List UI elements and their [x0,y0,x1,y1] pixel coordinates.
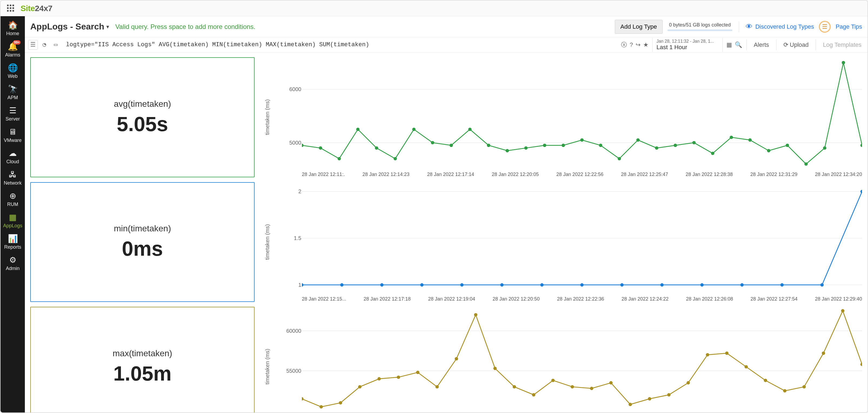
xtick-label: 28 Jan 2022 12:22:56 [556,172,603,177]
xtick-label: 28 Jan 2022 12:26:08 [686,296,733,302]
nav-item-web[interactable]: 🌐 Web [1,61,25,82]
cloud-icon: ☁ [9,149,17,157]
separator [776,39,776,50]
nav-label: AppLogs [3,223,22,229]
plot-area[interactable]: 50006000 [302,57,862,170]
svg-point-78 [783,389,786,392]
xtick-label: 28 Jan 2022 12:15... [302,296,346,302]
nav-item-applogs[interactable]: ▦ AppLogs [1,210,25,231]
page-title[interactable]: AppLogs - Search ▾ [30,22,109,32]
ytick-label: 60000 [274,328,301,334]
xtick-label: 28 Jan 2022 12:28:38 [686,172,733,177]
nav-label: APM [7,95,18,100]
log-quota-text: 0 bytes/51 GB logs collected [669,22,731,28]
svg-point-47 [740,283,744,286]
help-badge-icon[interactable]: ☰ [819,21,831,33]
yaxis-label: timetaken (ms) [263,182,272,302]
plot-column: 11.5228 Jan 2022 12:15...28 Jan 2022 12:… [272,182,862,302]
vmware-icon: 🖥 [9,128,17,136]
svg-point-45 [660,283,663,286]
svg-point-71 [648,397,651,401]
nav-item-network[interactable]: 🖧 Network [1,167,25,189]
help-icon[interactable]: ? [630,41,633,49]
svg-point-38 [380,283,383,286]
svg-point-79 [802,385,806,388]
svg-point-77 [764,379,767,382]
svg-point-40 [460,283,463,286]
plot-area[interactable]: 5500060000 [302,307,862,412]
admin-icon: ⚙ [9,256,17,264]
stat-row-green: avg(timetaken) 5.05stimetaken (ms)500060… [30,57,862,177]
svg-point-29 [804,163,807,166]
svg-point-21 [655,146,658,149]
nav-item-vmware[interactable]: 🖥 VMware [1,125,25,146]
network-icon: 🖧 [9,171,17,179]
stat-row-blue: min(timetaken) 0mstimetaken (ms)11.5228 … [30,182,862,302]
star-icon[interactable]: ★ [643,41,649,49]
stat-value: 0ms [122,237,163,260]
xtick-label: 28 Jan 2022 12:14:23 [362,172,409,177]
query-input[interactable]: logtype="IIS Access Logs" AVG(timetaken)… [66,41,621,48]
time-range-selector[interactable]: Jan 28, 12:11:32 - Jan 28, 1... Last 1 H… [652,38,723,52]
search-icon[interactable]: 🔍 [735,41,742,49]
alerts-button[interactable]: Alerts [751,41,772,49]
log-templates-button[interactable]: Log Templates [820,41,864,49]
svg-point-8 [412,127,415,131]
nav-item-apm[interactable]: 🔭 APM [1,82,25,103]
home-icon: 🏠 [8,21,18,29]
yaxis-label: timetaken (ms) [263,57,272,177]
stat-card-green: avg(timetaken) 5.05s [30,57,254,177]
chevron-down-icon[interactable]: ▾ [106,24,109,30]
share-icon[interactable]: ↪ [636,41,641,49]
svg-point-48 [780,283,784,286]
clear-icon[interactable]: ⓧ [621,41,627,49]
stat-row-olive: max(timetaken) 1.05mtimetaken (ms)550006… [30,307,862,412]
nav-item-reports[interactable]: 📊 Reports [1,231,25,253]
svg-point-37 [340,283,343,286]
note-icon[interactable]: ▭ [51,40,61,50]
discovered-log-types-link[interactable]: 👁 Discovered Log Types [746,23,814,31]
apps-grid-icon[interactable] [7,5,14,12]
add-log-type-button[interactable]: Add Log Type [615,20,662,34]
page-header: AppLogs - Search ▾ Valid query. Press sp… [25,16,867,37]
svg-point-54 [319,405,323,408]
plot-area[interactable]: 11.52 [302,182,862,294]
svg-point-41 [500,283,503,286]
svg-point-18 [599,144,602,147]
svg-point-9 [431,141,434,144]
stat-value: 1.05m [113,362,172,385]
nav-item-cloud[interactable]: ☁ Cloud [1,146,25,167]
svg-point-22 [674,144,677,147]
nav-item-rum[interactable]: ⊕ RUM [1,189,25,210]
svg-point-15 [543,144,546,147]
stat-title: min(timetaken) [114,224,171,234]
pie-icon[interactable]: ◔ [39,40,49,50]
nav-item-alarms[interactable]: 🔔 Alarms99+ [1,39,25,61]
svg-point-57 [377,377,381,380]
svg-point-4 [338,157,341,160]
svg-point-66 [551,379,555,382]
page-header-right: Add Log Type 0 bytes/51 GB logs collecte… [615,20,862,34]
nav-item-admin[interactable]: ⚙ Admin [1,253,25,274]
svg-point-24 [711,152,714,155]
time-range-label: Last 1 Hour [656,44,718,51]
upload-button[interactable]: ⟳ Upload [781,41,811,49]
nav-label: Admin [6,266,20,271]
stat-title: max(timetaken) [113,348,173,358]
xtick-label: 28 Jan 2022 12:11:. [302,172,345,177]
page-tips-link[interactable]: Page Tips [836,23,862,30]
nav-item-home[interactable]: 🏠 Home [1,18,25,39]
svg-point-3 [319,146,322,149]
calendar-icon[interactable]: ▦ [726,41,732,49]
chart-blue: timetaken (ms)11.5228 Jan 2022 12:15...2… [263,182,862,302]
nav-item-server[interactable]: ☰ Server [1,103,25,125]
svg-point-36 [302,283,304,286]
brand-site: Site [21,4,35,13]
apm-icon: 🔭 [8,85,18,93]
svg-point-75 [725,352,728,355]
list-view-icon[interactable]: ☰ [28,40,38,50]
applogs-icon: ▦ [9,213,17,222]
brand-logo: Site24x7 [21,4,53,13]
yaxis-label: timetaken (ms) [263,307,272,412]
svg-point-76 [744,365,748,368]
